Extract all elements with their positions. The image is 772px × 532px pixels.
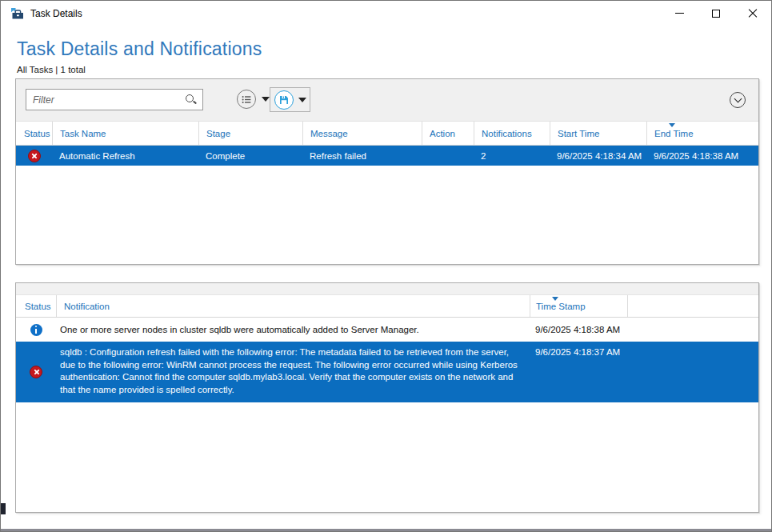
task-action-cell <box>422 146 474 166</box>
task-details-window: Task Details Task Details and Notificati… <box>0 0 772 532</box>
notifications-panel: Status Notification Time Stamp One or mo… <box>15 282 759 513</box>
tasks-table-header: Status Task Name Stage Message Action No… <box>16 122 758 146</box>
column-header-action[interactable]: Action <box>422 122 474 145</box>
saved-queries-button[interactable] <box>237 90 270 109</box>
sort-descending-icon <box>669 123 675 127</box>
server-manager-icon <box>10 7 24 20</box>
filter-box <box>26 89 203 110</box>
task-notifications-cell: 2 <box>474 146 550 166</box>
task-start-time-cell: 9/6/2025 4:18:34 AM <box>550 146 646 166</box>
minimize-button[interactable] <box>661 1 698 26</box>
collapse-panel-button[interactable] <box>730 92 746 108</box>
column-label: Status <box>24 129 50 138</box>
column-header-message[interactable]: Message <box>302 122 422 145</box>
column-label: Notification <box>64 302 110 311</box>
task-message-cell: Refresh failed <box>302 146 422 166</box>
column-header-notifications[interactable]: Notifications <box>474 122 550 145</box>
task-stage-cell: Complete <box>198 146 302 166</box>
column-label: Notifications <box>482 129 532 138</box>
column-header-start-time[interactable]: Start Time <box>550 122 646 145</box>
sort-descending-icon <box>552 297 558 301</box>
column-label: Message <box>310 129 348 138</box>
notification-timestamp-cell: 9/6/2025 4:18:37 AM <box>530 342 627 402</box>
notification-timestamp-cell: 9/6/2025 4:18:38 AM <box>530 325 627 334</box>
task-name-cell: Automatic Refresh <box>52 146 198 166</box>
task-status-cell <box>16 146 52 166</box>
filter-input[interactable] <box>26 90 185 110</box>
chevron-down-icon <box>298 98 306 102</box>
column-label: End Time <box>654 129 694 138</box>
column-label: Stage <box>206 129 230 138</box>
notifications-toolbar-band <box>16 283 758 295</box>
close-icon <box>748 9 758 18</box>
tasks-count-subtitle: All Tasks | 1 total <box>17 65 86 74</box>
notification-row[interactable]: sqldb : Configuration refresh failed wit… <box>16 342 758 402</box>
column-header-task-name[interactable]: Task Name <box>52 122 198 145</box>
column-header-end-time[interactable]: End Time <box>646 122 758 145</box>
search-icon <box>185 94 197 106</box>
save-query-icon <box>274 90 294 110</box>
page-title: Task Details and Notifications <box>17 38 262 60</box>
tasks-panel: Status Task Name Stage Message Action No… <box>15 78 759 265</box>
task-row[interactable]: Automatic Refresh Complete Refresh faile… <box>16 146 758 166</box>
notification-row[interactable]: One or more server nodes in cluster sqld… <box>16 318 758 342</box>
background-window-edge <box>1 529 771 531</box>
error-status-icon <box>28 150 41 162</box>
notification-status-cell <box>16 342 56 402</box>
chevron-down-icon <box>734 95 742 103</box>
save-query-button[interactable] <box>270 87 310 112</box>
notification-text-cell: sqldb : Configuration refresh failed wit… <box>56 342 530 402</box>
info-status-icon <box>30 324 42 336</box>
minimize-icon <box>675 13 684 14</box>
column-label: Task Name <box>60 129 106 138</box>
titlebar: Task Details <box>1 1 771 26</box>
column-header-time-stamp[interactable]: Time Stamp <box>530 295 627 317</box>
maximize-button[interactable] <box>698 1 734 26</box>
column-header-notification[interactable]: Notification <box>56 295 530 317</box>
notifications-table-header: Status Notification Time Stamp <box>16 295 758 318</box>
task-end-time-cell: 9/6/2025 4:18:38 AM <box>646 146 758 166</box>
window-controls <box>661 1 771 26</box>
column-label: Start Time <box>558 129 599 138</box>
column-header-status[interactable]: Status <box>16 295 56 317</box>
notification-text-cell: One or more server nodes in cluster sqld… <box>56 325 530 334</box>
column-header-stage[interactable]: Stage <box>198 122 302 145</box>
column-header-status[interactable]: Status <box>16 122 52 145</box>
background-window-artifact <box>1 503 6 514</box>
error-status-icon <box>30 366 42 378</box>
column-label: Status <box>25 302 51 311</box>
close-button[interactable] <box>734 1 771 26</box>
column-header-empty <box>627 295 758 317</box>
task-list-icon <box>237 90 256 109</box>
column-label: Action <box>430 129 455 138</box>
window-title: Task Details <box>30 8 82 19</box>
maximize-icon <box>712 10 720 18</box>
tasks-toolbar <box>16 79 758 122</box>
column-label: Time Stamp <box>536 302 586 311</box>
chevron-down-icon <box>262 97 270 102</box>
notification-status-cell <box>16 324 56 336</box>
